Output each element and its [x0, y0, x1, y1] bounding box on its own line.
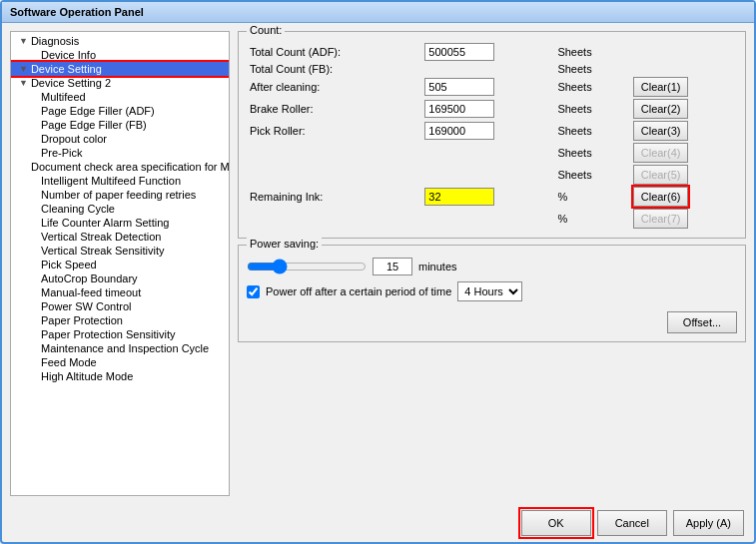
tree-item-label-multifeed: Multifeed: [41, 91, 86, 103]
tree-item-label-paper-protection: Paper Protection: [41, 314, 123, 326]
tree-item-pre-pick[interactable]: Pre-Pick: [11, 146, 229, 160]
tree-item-label-power-sw-control: Power SW Control: [41, 300, 131, 312]
tree-item-label-device-info: Device Info: [41, 49, 96, 61]
clear-btn-3[interactable]: Clear(2): [633, 99, 688, 119]
count-label-1: Total Count (FB):: [247, 62, 421, 76]
count-label-3: Brake Roller:: [247, 98, 421, 120]
count-row-3: Brake Roller:SheetsClear(2): [247, 98, 737, 120]
count-input-3[interactable]: [424, 100, 494, 118]
power-saving-input[interactable]: [373, 258, 412, 275]
power-saving-title: Power saving:: [247, 238, 322, 250]
tree-item-label-intelligent-multifeed: Intelligent Multifeed Function: [41, 175, 181, 187]
count-row-6: SheetsClear(5): [247, 164, 737, 186]
remaining-ink-unit: %: [554, 186, 630, 208]
tree-item-power-sw-control[interactable]: Power SW Control: [11, 299, 229, 313]
count-unit-4: Sheets: [554, 120, 630, 142]
tree-item-label-pick-speed: Pick Speed: [41, 259, 97, 271]
remaining-ink-label: Remaining Ink:: [247, 186, 421, 208]
tree-item-device-setting[interactable]: ▼Device Setting: [11, 62, 229, 76]
count-label-6: [247, 164, 421, 186]
tree-item-label-vertical-streak-detection: Vertical Streak Detection: [41, 231, 161, 243]
minutes-label: minutes: [418, 261, 457, 272]
count-input-4[interactable]: [424, 122, 494, 140]
tree-item-label-page-edge-filler-adf: Page Edge Filler (ADF): [41, 105, 155, 117]
count-label-5: [247, 142, 421, 164]
tree-item-vertical-streak-detection[interactable]: Vertical Streak Detection: [11, 230, 229, 244]
tree-item-label-manual-feed-timeout: Manual-feed timeout: [41, 286, 141, 298]
count-row-0: Total Count (ADF):Sheets: [247, 42, 737, 62]
remaining-ink2-unit: %: [554, 208, 630, 230]
count-group: Count: Total Count (ADF):SheetsTotal Cou…: [238, 31, 746, 239]
tree-item-label-cleaning-cycle: Cleaning Cycle: [41, 203, 115, 215]
tree-item-device-info[interactable]: Device Info: [11, 48, 229, 62]
tree-item-multifeed[interactable]: Multifeed: [11, 90, 229, 104]
tree-item-diagnosis[interactable]: ▼Diagnosis: [11, 34, 229, 48]
remaining-ink-row: Remaining Ink: % Clear(6): [247, 186, 737, 208]
clear-btn-4[interactable]: Clear(3): [633, 121, 688, 141]
count-label-0: Total Count (ADF):: [247, 42, 421, 62]
count-input-0[interactable]: [424, 43, 494, 61]
count-unit-0: Sheets: [554, 42, 630, 62]
tree-item-pick-speed[interactable]: Pick Speed: [11, 258, 229, 272]
tree-item-label-device-setting2: Device Setting 2: [31, 77, 111, 89]
offset-button[interactable]: Offset...: [667, 311, 737, 333]
title-bar: Software Operation Panel: [2, 2, 754, 23]
tree-item-life-counter[interactable]: Life Counter Alarm Setting: [11, 216, 229, 230]
tree-item-paper-feeding-retries[interactable]: Number of paper feeding retries: [11, 188, 229, 202]
tree-item-vertical-streak-sensitivity[interactable]: Vertical Streak Sensitivity: [11, 244, 229, 258]
tree-item-page-edge-filler-fb[interactable]: Page Edge Filler (FB): [11, 118, 229, 132]
clear-btn-6[interactable]: Clear(5): [633, 165, 688, 185]
tree-item-label-high-altitude-mode: High Altitude Mode: [41, 370, 133, 382]
count-label-4: Pick Roller:: [247, 120, 421, 142]
tree-item-feed-mode[interactable]: Feed Mode: [11, 355, 229, 369]
power-saving-slider[interactable]: [247, 259, 367, 274]
tree-item-intelligent-multifeed[interactable]: Intelligent Multifeed Function: [11, 174, 229, 188]
count-row-2: After cleaning:SheetsClear(1): [247, 76, 737, 98]
tree-item-label-document-check: Document check area specification for Mu…: [31, 161, 230, 173]
tree-item-page-edge-filler-adf[interactable]: Page Edge Filler (ADF): [11, 104, 229, 118]
clear7-button[interactable]: Clear(7): [633, 209, 688, 229]
tree-item-label-autocrop-boundary: AutoCrop Boundary: [41, 272, 138, 284]
tree-item-cleaning-cycle[interactable]: Cleaning Cycle: [11, 202, 229, 216]
tree-panel: ▼DiagnosisDevice Info▼Device Setting▼Dev…: [10, 31, 230, 496]
count-unit-2: Sheets: [554, 76, 630, 98]
tree-item-document-check[interactable]: Document check area specification for Mu…: [11, 160, 229, 174]
tree-item-label-life-counter: Life Counter Alarm Setting: [41, 217, 169, 229]
cancel-button[interactable]: Cancel: [597, 510, 667, 536]
tree-item-paper-protection-sensitivity[interactable]: Paper Protection Sensitivity: [11, 327, 229, 341]
power-off-checkbox[interactable]: [247, 285, 260, 298]
power-off-dropdown[interactable]: 1 Hour2 Hours4 Hours8 Hours: [457, 281, 522, 301]
tree-item-maintenance-inspection[interactable]: Maintenance and Inspection Cycle: [11, 341, 229, 355]
tree-item-label-paper-protection-sensitivity: Paper Protection Sensitivity: [41, 328, 176, 340]
remaining-ink-input[interactable]: [424, 188, 494, 206]
count-unit-6: Sheets: [554, 164, 630, 186]
ok-button[interactable]: OK: [521, 510, 591, 536]
right-panel: Count: Total Count (ADF):SheetsTotal Cou…: [238, 31, 746, 496]
tree-item-device-setting2[interactable]: ▼Device Setting 2: [11, 76, 229, 90]
tree-item-label-dropout-color: Dropout color: [41, 133, 107, 145]
tree-item-label-pre-pick: Pre-Pick: [41, 147, 83, 159]
clear6-button[interactable]: Clear(6): [633, 187, 688, 207]
clear-btn-2[interactable]: Clear(1): [633, 77, 688, 97]
tree-item-label-device-setting: Device Setting: [31, 63, 102, 75]
count-row-4: Pick Roller:SheetsClear(3): [247, 120, 737, 142]
clear-btn-5[interactable]: Clear(4): [633, 143, 688, 163]
count-row-5: SheetsClear(4): [247, 142, 737, 164]
count-unit-1: Sheets: [554, 62, 630, 76]
remaining-ink2-row: % Clear(7): [247, 208, 737, 230]
count-label-2: After cleaning:: [247, 76, 421, 98]
count-row-1: Total Count (FB):Sheets: [247, 62, 737, 76]
count-unit-5: Sheets: [554, 142, 630, 164]
power-off-label: Power off after a certain period of time: [266, 285, 451, 297]
bottom-bar: OK Cancel Apply (A): [2, 504, 754, 542]
tree-item-high-altitude-mode[interactable]: High Altitude Mode: [11, 369, 229, 383]
tree-item-paper-protection[interactable]: Paper Protection: [11, 313, 229, 327]
tree-item-autocrop-boundary[interactable]: AutoCrop Boundary: [11, 272, 229, 285]
count-input-2[interactable]: [424, 78, 494, 96]
count-unit-3: Sheets: [554, 98, 630, 120]
tree-item-label-maintenance-inspection: Maintenance and Inspection Cycle: [41, 342, 209, 354]
count-group-title: Count:: [247, 24, 285, 36]
apply-button[interactable]: Apply (A): [673, 510, 744, 536]
tree-item-dropout-color[interactable]: Dropout color: [11, 132, 229, 146]
tree-item-manual-feed-timeout[interactable]: Manual-feed timeout: [11, 285, 229, 299]
